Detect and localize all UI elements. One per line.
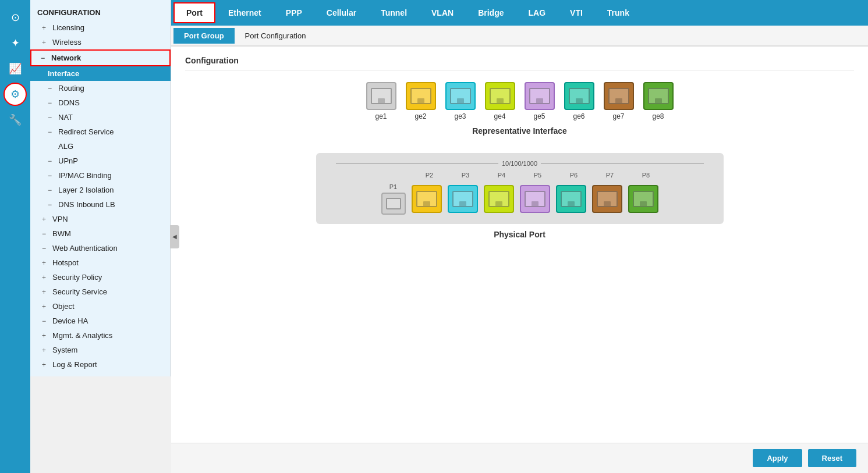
tab-trunk[interactable]: Trunk [596,3,641,22]
tab-cellular[interactable]: Cellular [315,3,368,22]
action-bar: Apply Reset [171,443,868,473]
tab-vti[interactable]: VTI [558,3,594,22]
nav-item-security-policy[interactable]: + Security Policy [30,270,171,284]
tools-icon-btn[interactable]: 🔧 [3,108,27,131]
gear-icon-btn[interactable]: ⚙ [3,83,27,106]
content-body: Configuration ge1 [171,47,868,443]
routing-prefix: − [48,84,56,93]
ge7-rj45 [608,88,629,104]
port-ge4[interactable]: ge4 [485,82,515,120]
tab-ethernet[interactable]: Ethernet [217,3,273,22]
nav-item-upnp[interactable]: − UPnP [30,154,171,168]
tab-bridge[interactable]: Bridge [466,3,515,22]
port-p3[interactable] [448,185,478,213]
star-icon-btn[interactable]: ✦ [3,31,27,55]
subtab-port-group[interactable]: Port Group [173,28,235,44]
port-p5[interactable] [520,185,550,213]
nav-item-log-report[interactable]: + Log & Report [30,357,171,372]
p8-shape [628,185,658,213]
nav-tree: CONFIGURATION + Licensing + Wireless − N… [30,0,171,376]
nav-item-object[interactable]: + Object [30,299,171,314]
nav-item-wireless[interactable]: + Wireless [30,35,171,49]
nav-item-bwm[interactable]: − BWM [30,226,171,241]
p3-label: P3 [451,172,481,179]
subtab-port-config[interactable]: Port Configuration [235,28,317,44]
port-ge5[interactable]: ge5 [525,82,555,120]
reset-button[interactable]: Reset [808,449,856,467]
ge2-rj45 [410,88,431,104]
tab-ppp[interactable]: PPP [274,3,314,22]
port-p6[interactable] [556,185,586,213]
nav-item-hotspot[interactable]: + Hotspot [30,255,171,270]
port-ge6[interactable]: ge6 [564,82,594,120]
p4-shape [484,185,514,213]
chart-icon-btn[interactable]: 📈 [3,57,27,80]
nav-item-nat[interactable]: − NAT [30,110,171,125]
p4-rj45 [488,191,509,207]
ge6-label: ge6 [573,112,584,120]
p2-label: P2 [414,172,445,179]
port-p1[interactable]: P1 [381,183,406,215]
port-ge7[interactable]: ge7 [604,82,634,120]
representative-label: Representative Interface [472,126,567,136]
nav-item-mgmt[interactable]: + Mgmt. & Analytics [30,328,171,343]
ge2-label: ge2 [414,112,426,120]
nav-item-security-service[interactable]: + Security Service [30,284,171,299]
ge4-rj45 [490,88,511,104]
nav-item-routing[interactable]: − Routing [30,81,171,95]
tab-lag[interactable]: LAG [516,3,557,22]
tab-port[interactable]: Port [173,2,215,23]
nav-item-redirect-service[interactable]: − Redirect Service [30,125,171,139]
tab-vlan[interactable]: VLAN [420,3,465,22]
nav-item-vpn[interactable]: + VPN [30,212,171,226]
dashboard-icon-btn[interactable]: ⊙ [3,6,27,29]
physical-port-section: 10/100/1000 P2 P3 P4 P5 P6 P7 P8 [316,153,724,239]
nav-item-network[interactable]: − Network [30,49,171,66]
port-ge8[interactable]: ge8 [643,82,674,120]
network-prefix: − [41,54,49,62]
nav-item-system[interactable]: + System [30,343,171,357]
p7-label: P7 [595,172,625,179]
hotspot-prefix: + [42,259,50,267]
nav-item-dns-lb[interactable]: − DNS Inbound LB [30,197,171,212]
port-p7[interactable] [592,185,622,213]
port-ge3[interactable]: ge3 [445,82,476,120]
p6-rj45 [561,191,582,207]
p1-rj45 [386,198,401,209]
port-p4[interactable] [484,185,514,213]
tab-tunnel[interactable]: Tunnel [369,3,419,22]
port-p8[interactable] [628,185,658,213]
mgmt-prefix: + [42,332,50,340]
nav-item-interface[interactable]: Interface [30,66,171,81]
port-ge1[interactable]: ge1 [366,82,396,120]
nav-collapse-toggle[interactable]: ◀ [170,225,179,248]
nav-item-ddns[interactable]: − DDNS [30,95,171,110]
nav-item-ipmac[interactable]: − IP/MAC Binding [30,168,171,183]
speed-line-right [541,163,703,164]
logrep-prefix: + [42,361,50,369]
licensing-prefix: + [42,24,50,32]
nav-item-licensing[interactable]: + Licensing [30,20,171,35]
p2-rj45 [416,191,437,207]
p8-rj45 [633,191,654,207]
secsvc-prefix: + [42,288,50,296]
ge8-rj45 [648,88,669,104]
ge5-label: ge5 [533,112,545,120]
ge2-shape [406,82,436,110]
vpn-prefix: + [42,215,50,223]
system-prefix: + [42,346,50,354]
p6-shape [556,185,586,213]
ge7-shape [604,82,634,110]
nav-item-device-ha[interactable]: − Device HA [30,314,171,328]
dnslb-prefix: − [48,201,56,209]
apply-button[interactable]: Apply [753,449,802,467]
bwm-prefix: − [42,230,50,238]
port-ge2[interactable]: ge2 [406,82,436,120]
nav-item-web-auth[interactable]: − Web Authentication [30,241,171,255]
nav-item-layer2[interactable]: − Layer 2 Isolation [30,183,171,197]
nav-item-alg[interactable]: ALG [30,139,171,154]
p5-rj45 [525,191,545,207]
ddns-prefix: − [48,99,56,107]
layer2-prefix: − [48,186,56,194]
port-p2[interactable] [412,185,442,213]
